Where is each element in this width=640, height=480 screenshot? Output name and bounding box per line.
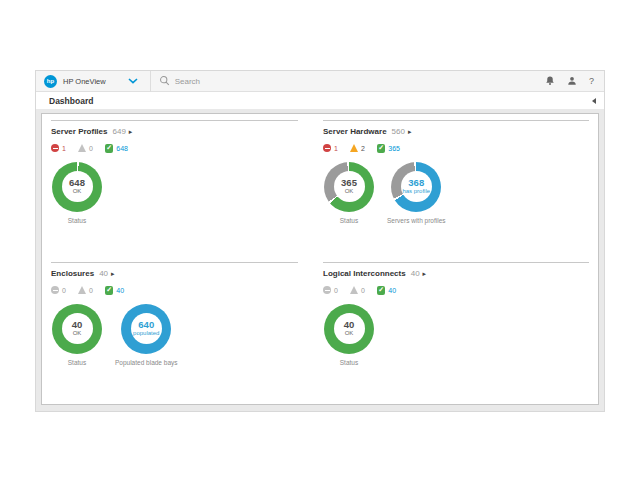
more-arrow-icon[interactable]: ▸ xyxy=(408,128,412,136)
page-header: Dashboard xyxy=(36,92,604,109)
search-icon xyxy=(159,72,170,90)
search-input[interactable] xyxy=(175,77,375,86)
donut-subtext: OK xyxy=(345,188,354,195)
warning-status[interactable]: 0 xyxy=(78,144,93,152)
profiles-donut[interactable]: 368 has profile xyxy=(391,162,441,212)
more-arrow-icon[interactable]: ▸ xyxy=(111,270,115,278)
donut-value: 365 xyxy=(341,178,357,188)
warning-status[interactable]: 2 xyxy=(350,144,365,152)
warning-status[interactable]: 0 xyxy=(78,286,93,294)
warning-icon xyxy=(78,144,86,152)
app-window: hp HP OneView ? Dashboard xyxy=(35,70,605,412)
panel-count[interactable]: 40 xyxy=(99,269,108,278)
critical-icon xyxy=(51,286,59,294)
ok-status[interactable]: ✓ 40 xyxy=(105,286,124,295)
brand-menu-label[interactable]: HP OneView xyxy=(63,77,106,86)
donut-subtext: populated xyxy=(133,330,159,337)
help-icon[interactable]: ? xyxy=(589,76,594,86)
panel-title[interactable]: Server Hardware xyxy=(323,127,387,136)
donut-value: 40 xyxy=(72,320,83,330)
panel-count[interactable]: 560 xyxy=(392,127,405,136)
more-arrow-icon[interactable]: ▸ xyxy=(129,128,133,136)
status-donut[interactable]: 365 OK xyxy=(324,162,374,212)
critical-count: 1 xyxy=(62,145,66,152)
status-donut[interactable]: 40 OK xyxy=(52,304,102,354)
donut-value: 40 xyxy=(344,320,355,330)
donut-subtext: OK xyxy=(345,330,354,337)
critical-status[interactable]: 0 xyxy=(323,286,338,294)
ok-count: 40 xyxy=(116,287,124,294)
divider xyxy=(150,71,151,92)
panel-count[interactable]: 40 xyxy=(411,269,420,278)
hp-logo-icon: hp xyxy=(44,75,57,88)
donut-label: Servers with profiles xyxy=(387,217,446,224)
warning-count: 0 xyxy=(89,287,93,294)
donut-label: Populated blade bays xyxy=(115,359,178,366)
ok-icon: ✓ xyxy=(105,286,114,295)
critical-count: 0 xyxy=(334,287,338,294)
populated-donut[interactable]: 640 populated xyxy=(121,304,171,354)
chevron-down-icon[interactable] xyxy=(128,78,138,84)
user-icon[interactable] xyxy=(567,72,577,90)
warning-icon xyxy=(78,286,86,294)
page-title: Dashboard xyxy=(49,96,93,106)
critical-status[interactable]: 1 xyxy=(51,144,66,152)
ok-icon: ✓ xyxy=(105,144,114,153)
warning-count: 0 xyxy=(361,287,365,294)
panel-title[interactable]: Logical Interconnects xyxy=(323,269,406,278)
critical-status[interactable]: 1 xyxy=(323,144,338,152)
warning-icon xyxy=(350,286,358,294)
donut-label: Status xyxy=(340,359,358,366)
critical-icon xyxy=(323,286,331,294)
panel-server-hardware: Server Hardware 560 ▸ 1 2 ✓ 365 xyxy=(323,120,589,260)
ok-status[interactable]: ✓ 648 xyxy=(105,144,128,153)
ok-count: 648 xyxy=(116,145,128,152)
donut-subtext: OK xyxy=(73,188,82,195)
warning-count: 2 xyxy=(361,145,365,152)
more-arrow-icon[interactable]: ▸ xyxy=(423,270,427,278)
warning-count: 0 xyxy=(89,145,93,152)
collapse-icon[interactable] xyxy=(592,98,596,104)
donut-label: Status xyxy=(68,359,86,366)
panel-enclosures: Enclosures 40 ▸ 0 0 ✓ 40 xyxy=(51,262,298,402)
ok-icon: ✓ xyxy=(377,144,386,153)
panel-server-profiles: Server Profiles 649 ▸ 1 0 ✓ 648 xyxy=(51,120,298,260)
critical-count: 0 xyxy=(62,287,66,294)
panel-title[interactable]: Enclosures xyxy=(51,269,94,278)
critical-icon xyxy=(51,144,59,152)
donut-label: Status xyxy=(68,217,86,224)
status-donut[interactable]: 648 OK xyxy=(52,162,102,212)
donut-value: 640 xyxy=(138,320,154,330)
dashboard-body: Server Profiles 649 ▸ 1 0 ✓ 648 xyxy=(36,109,604,412)
donut-subtext: has profile xyxy=(402,188,430,195)
critical-status[interactable]: 0 xyxy=(51,286,66,294)
warning-icon xyxy=(350,144,358,152)
panel-title[interactable]: Server Profiles xyxy=(51,127,107,136)
top-bar: hp HP OneView ? xyxy=(36,71,604,92)
panel-count[interactable]: 649 xyxy=(112,127,125,136)
donut-label: Status xyxy=(340,217,358,224)
ok-icon: ✓ xyxy=(377,286,386,295)
ok-status[interactable]: ✓ 365 xyxy=(377,144,400,153)
status-donut[interactable]: 40 OK xyxy=(324,304,374,354)
donut-value: 368 xyxy=(408,178,424,188)
ok-count: 365 xyxy=(388,145,400,152)
ok-status[interactable]: ✓ 40 xyxy=(377,286,396,295)
search-box[interactable] xyxy=(159,72,545,90)
donut-value: 648 xyxy=(69,178,85,188)
critical-icon xyxy=(323,144,331,152)
critical-count: 1 xyxy=(334,145,338,152)
donut-subtext: OK xyxy=(73,330,82,337)
dashboard-panel: Server Profiles 649 ▸ 1 0 ✓ 648 xyxy=(41,113,599,405)
ok-count: 40 xyxy=(388,287,396,294)
bell-icon[interactable] xyxy=(545,72,555,90)
warning-status[interactable]: 0 xyxy=(350,286,365,294)
panel-logical-interconnects: Logical Interconnects 40 ▸ 0 0 ✓ xyxy=(323,262,589,402)
